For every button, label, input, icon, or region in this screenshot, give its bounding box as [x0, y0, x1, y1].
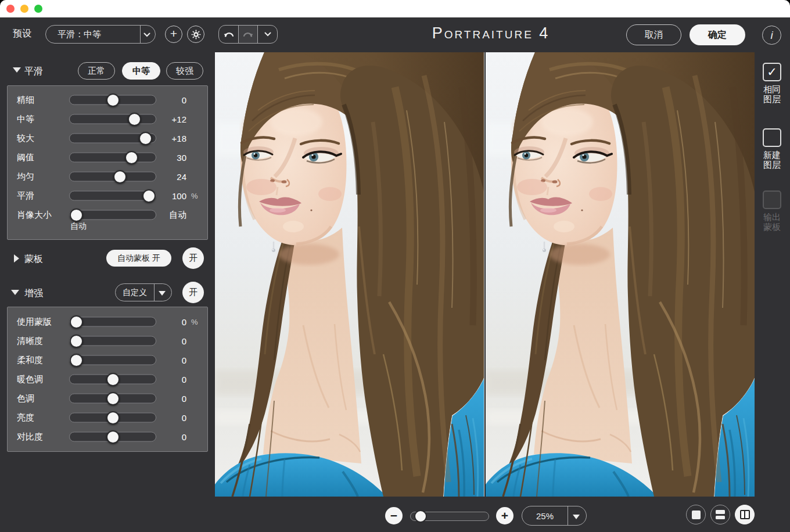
slider-label: 对比度: [17, 432, 43, 443]
slider-track[interactable]: [69, 95, 156, 105]
view-single-button[interactable]: [686, 505, 706, 524]
slider-handle[interactable]: [113, 170, 127, 184]
slider-label: 清晰度: [17, 336, 43, 347]
minimize-window-button[interactable]: [20, 5, 28, 13]
mask-section-header: 蒙板: [24, 253, 43, 265]
zoom-slider-handle[interactable]: [414, 510, 427, 523]
smoothing-mode-button[interactable]: 中等: [122, 62, 160, 80]
app-title: Portraiture 4: [407, 24, 575, 42]
ok-button[interactable]: 确定: [690, 24, 745, 45]
slider-handle[interactable]: [106, 411, 120, 425]
slider-row: 肖像大小自动自动: [8, 208, 207, 222]
slider-row: 清晰度0: [8, 334, 207, 348]
slider-track[interactable]: [69, 413, 156, 423]
mask-expand-icon[interactable]: [14, 254, 19, 263]
smoothing-section-header: 平滑: [24, 66, 43, 78]
slider-handle[interactable]: [106, 94, 120, 107]
undo-icon: [224, 31, 234, 38]
smoothing-collapse-icon[interactable]: [13, 67, 21, 73]
slider-row: 柔和度0: [8, 353, 207, 367]
portrait-after-image: [486, 52, 755, 497]
layer-option-label: 新建图层: [758, 150, 786, 170]
slider-label: 肖像大小: [17, 210, 52, 221]
info-icon: i: [770, 29, 773, 42]
enhance-toggle-button[interactable]: 开: [182, 282, 204, 303]
slider-track[interactable]: [69, 432, 156, 442]
minus-icon: −: [390, 509, 397, 523]
info-button[interactable]: i: [762, 26, 781, 45]
slider-label: 较大: [17, 133, 34, 144]
slider-label: 柔和度: [17, 355, 43, 366]
slider-handle[interactable]: [70, 209, 83, 222]
slider-handle[interactable]: [70, 315, 83, 329]
close-window-button[interactable]: [6, 5, 15, 13]
checked-checkbox[interactable]: ✓: [763, 63, 781, 81]
redo-icon: [243, 31, 253, 38]
slider-label: 色调: [17, 393, 34, 404]
unchecked-checkbox[interactable]: [763, 128, 781, 147]
slider-handle[interactable]: [139, 132, 152, 145]
vertical-split-icon: [740, 510, 750, 519]
slider-handle[interactable]: [106, 430, 120, 444]
layer-option-label: 相同图层: [758, 84, 786, 104]
slider-label: 中等: [17, 114, 34, 125]
zoom-in-button[interactable]: +: [496, 507, 514, 524]
slider-handle[interactable]: [106, 373, 120, 386]
cancel-button[interactable]: 取消: [626, 24, 681, 45]
slider-value: 24: [153, 172, 186, 182]
preset-dropdown[interactable]: 平滑：中等: [45, 25, 156, 44]
enhance-preset-value: 自定义: [116, 287, 154, 298]
slider-handle[interactable]: [106, 392, 120, 405]
unchecked-checkbox: [763, 190, 781, 209]
preset-dropdown-value: 平滑：中等: [58, 29, 101, 40]
zoom-out-button[interactable]: −: [385, 507, 403, 524]
redo-button[interactable]: [238, 26, 258, 43]
slider-track[interactable]: [69, 317, 156, 327]
preset-settings-button[interactable]: [187, 26, 204, 43]
slider-row: 中等+12: [8, 112, 207, 126]
zoom-level-dropdown[interactable]: 25%: [522, 506, 587, 526]
preview-after-pane[interactable]: [486, 52, 755, 497]
slider-track[interactable]: [69, 134, 156, 143]
slider-track[interactable]: [69, 394, 156, 404]
view-split-horizontal-button[interactable]: [710, 505, 730, 524]
history-dropdown-button[interactable]: [257, 26, 277, 43]
single-view-icon: [692, 511, 701, 519]
smoothing-mode-button[interactable]: 正常: [78, 62, 115, 80]
mask-toggle-button[interactable]: 开: [182, 247, 204, 269]
enhance-collapse-icon[interactable]: [11, 290, 19, 295]
slider-track[interactable]: [69, 153, 156, 163]
view-split-vertical-button[interactable]: [735, 505, 755, 524]
slider-label: 精细: [17, 95, 34, 106]
slider-track[interactable]: [69, 336, 156, 346]
slider-handle[interactable]: [70, 335, 83, 348]
slider-value: 0: [153, 394, 186, 404]
slider-row: 色调0: [8, 391, 207, 405]
add-preset-button[interactable]: +: [165, 26, 182, 43]
chevron-down-icon: [159, 291, 166, 296]
slider-handle[interactable]: [70, 354, 83, 367]
smoothing-mode-button[interactable]: 较强: [166, 62, 203, 80]
slider-track[interactable]: [69, 355, 156, 365]
zoom-window-button[interactable]: [34, 5, 42, 13]
slider-value: 100: [153, 191, 186, 201]
enhance-preset-dropdown[interactable]: 自定义: [115, 283, 172, 301]
slider-track[interactable]: [69, 114, 156, 124]
horizontal-split-icon: [716, 510, 725, 519]
zoom-slider-track[interactable]: [410, 512, 489, 521]
enhance-sliders-panel: 使用蒙版0%清晰度0柔和度0暖色调0色调0亮度0对比度0: [7, 307, 208, 452]
slider-value: 自动: [153, 210, 186, 221]
slider-handle[interactable]: [125, 151, 138, 164]
slider-track[interactable]: [69, 210, 156, 220]
preview-before-pane[interactable]: [215, 52, 484, 497]
slider-label: 使用蒙版: [17, 317, 52, 328]
slider-track[interactable]: [69, 375, 156, 384]
slider-track[interactable]: [69, 191, 156, 201]
slider-value: +18: [153, 134, 186, 143]
slider-track[interactable]: [69, 172, 156, 182]
slider-value: 0: [153, 375, 186, 384]
undo-button[interactable]: [219, 26, 238, 43]
slider-handle[interactable]: [128, 113, 141, 126]
auto-mask-button[interactable]: 自动蒙板 开: [106, 250, 171, 267]
divider: [568, 506, 568, 525]
